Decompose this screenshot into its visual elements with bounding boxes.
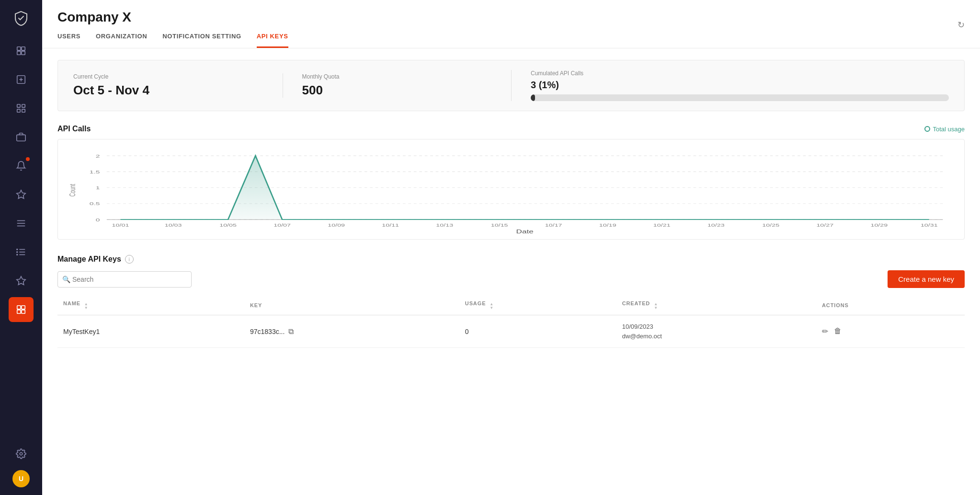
chart-section: API Calls Total usage 2 1.5 1 <box>57 125 965 240</box>
legend-dot <box>924 126 930 132</box>
tab-users[interactable]: USERS <box>57 33 80 48</box>
svg-text:Date: Date <box>516 229 534 233</box>
svg-rect-26 <box>22 310 25 313</box>
sidebar-item-briefcase[interactable] <box>9 125 34 150</box>
sidebar-item-settings[interactable] <box>9 441 34 466</box>
svg-text:10/05: 10/05 <box>219 223 237 228</box>
page-title: Company X <box>57 10 288 25</box>
sidebar-item-list[interactable] <box>9 240 34 265</box>
manage-header: Manage API Keys i <box>57 255 965 264</box>
svg-rect-9 <box>17 109 20 112</box>
svg-point-27 <box>20 452 23 455</box>
sidebar-item-search[interactable] <box>9 67 34 92</box>
cumulated-value: 3 (1%) <box>531 80 949 91</box>
table-header-row: NAME ▲▼ KEY USAGE ▲▼ CREATED ▲▼ <box>57 296 965 315</box>
sidebar-item-dashboard[interactable] <box>9 38 34 63</box>
col-created[interactable]: CREATED ▲▼ <box>616 296 816 315</box>
col-usage[interactable]: USAGE ▲▼ <box>459 296 616 315</box>
chart-title: API Calls <box>57 125 91 133</box>
sidebar-logo <box>11 8 32 29</box>
refresh-button[interactable]: ↻ <box>957 20 965 30</box>
svg-rect-23 <box>17 306 21 309</box>
action-icons: ✏ 🗑 <box>822 327 959 336</box>
table-row: MyTestKey1 97c1833c... ⧉ 0 10/09/2023 dw <box>57 315 965 348</box>
row-name: MyTestKey1 <box>57 315 244 348</box>
copy-icon[interactable]: ⧉ <box>288 327 294 336</box>
svg-text:10/15: 10/15 <box>491 223 508 228</box>
monthly-quota-value: 500 <box>302 83 512 98</box>
sidebar-item-menu[interactable] <box>9 211 34 236</box>
manage-title: Manage API Keys <box>57 255 121 264</box>
svg-rect-0 <box>17 47 21 50</box>
search-icon: 🔍 <box>62 276 70 283</box>
svg-rect-1 <box>22 47 25 50</box>
tab-bar: USERS ORGANIZATION NOTIFICATION SETTING … <box>57 33 288 48</box>
monthly-quota-label: Monthly Quota <box>302 73 512 80</box>
svg-text:Count: Count <box>68 184 77 197</box>
col-name[interactable]: NAME ▲▼ <box>57 296 244 315</box>
svg-marker-22 <box>17 276 25 285</box>
chart-legend[interactable]: Total usage <box>924 126 965 133</box>
svg-rect-24 <box>22 306 25 309</box>
svg-text:10/27: 10/27 <box>816 223 833 228</box>
svg-text:1.5: 1.5 <box>90 169 100 174</box>
sidebar-item-starred[interactable] <box>9 268 34 293</box>
svg-point-20 <box>17 252 18 253</box>
svg-text:10/03: 10/03 <box>165 223 182 228</box>
svg-text:0.5: 0.5 <box>90 201 100 206</box>
svg-rect-3 <box>22 51 25 55</box>
svg-rect-7 <box>17 104 20 107</box>
api-calls-chart: 2 1.5 1 0.5 0 <box>66 147 957 233</box>
delete-icon[interactable]: 🗑 <box>834 327 842 336</box>
api-keys-table: NAME ▲▼ KEY USAGE ▲▼ CREATED ▲▼ <box>57 296 965 348</box>
svg-text:10/21: 10/21 <box>653 223 671 228</box>
svg-text:10/23: 10/23 <box>707 223 725 228</box>
svg-text:10/25: 10/25 <box>762 223 779 228</box>
svg-point-19 <box>17 249 18 250</box>
search-input[interactable] <box>57 271 192 288</box>
svg-text:10/09: 10/09 <box>328 223 345 228</box>
svg-text:10/17: 10/17 <box>545 223 562 228</box>
sidebar-item-company[interactable] <box>9 297 34 322</box>
sidebar-item-notifications[interactable] <box>9 153 34 178</box>
svg-text:10/07: 10/07 <box>273 223 291 228</box>
create-key-button[interactable]: Create a new key <box>888 270 965 288</box>
svg-text:10/29: 10/29 <box>870 223 888 228</box>
edit-icon[interactable]: ✏ <box>822 327 828 336</box>
svg-rect-8 <box>22 104 25 107</box>
svg-text:10/19: 10/19 <box>599 223 616 228</box>
tab-organization[interactable]: ORGANIZATION <box>96 33 147 48</box>
quota-bar-bg <box>531 94 949 101</box>
content-area: Current Cycle Oct 5 - Nov 4 Monthly Quot… <box>42 48 980 359</box>
row-usage: 0 <box>459 315 616 348</box>
svg-rect-10 <box>22 109 25 112</box>
sort-arrows-name: ▲▼ <box>84 302 89 310</box>
legend-label: Total usage <box>933 126 965 133</box>
created-date: 10/09/2023 <box>622 322 810 332</box>
sidebar-item-alerts[interactable] <box>9 182 34 207</box>
chart-header: API Calls Total usage <box>57 125 965 133</box>
tab-api-keys[interactable]: API KEYS <box>257 33 288 48</box>
svg-rect-11 <box>17 135 25 141</box>
key-text: 97c1833c... <box>250 328 285 335</box>
sidebar-item-gallery[interactable] <box>9 96 34 121</box>
stat-monthly-quota: Monthly Quota 500 <box>283 73 512 98</box>
quota-bar-fill <box>531 94 535 101</box>
current-cycle-value: Oct 5 - Nov 4 <box>73 83 283 98</box>
stats-panel: Current Cycle Oct 5 - Nov 4 Monthly Quot… <box>57 60 965 111</box>
sort-arrows-usage: ▲▼ <box>490 302 494 310</box>
manage-api-keys-section: Manage API Keys i 🔍 Create a new key NAM… <box>57 255 965 348</box>
tab-notification[interactable]: NOTIFICATION SETTING <box>162 33 241 48</box>
svg-rect-2 <box>17 51 21 55</box>
sidebar: U <box>0 0 42 495</box>
sort-arrows-created: ▲▼ <box>654 302 658 310</box>
row-actions: ✏ 🗑 <box>816 315 965 348</box>
row-key: 97c1833c... ⧉ <box>244 315 459 348</box>
main-content: Company X USERS ORGANIZATION NOTIFICATIO… <box>42 0 980 495</box>
manage-info-icon[interactable]: i <box>125 255 134 264</box>
page-header: Company X USERS ORGANIZATION NOTIFICATIO… <box>42 0 980 48</box>
user-avatar[interactable]: U <box>12 470 30 487</box>
stat-current-cycle: Current Cycle Oct 5 - Nov 4 <box>73 73 283 98</box>
svg-text:0: 0 <box>96 217 100 222</box>
manage-toolbar: 🔍 Create a new key <box>57 270 965 288</box>
